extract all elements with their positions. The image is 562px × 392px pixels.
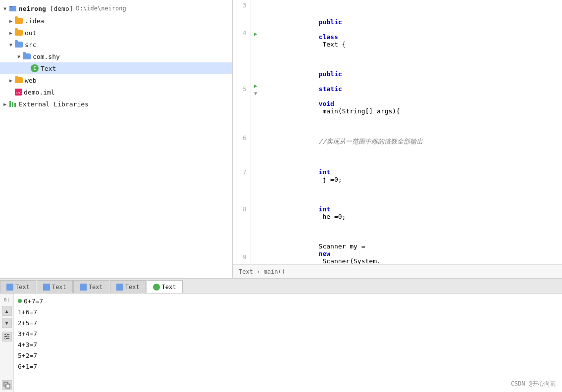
kw-public-4: public	[319, 18, 342, 26]
tab-text-2[interactable]: Text	[37, 280, 73, 293]
project-path: D:\ide\neirong	[76, 5, 126, 12]
scroll-down-button[interactable]: ▼	[2, 318, 12, 328]
svg-rect-12	[5, 338, 6, 340]
svg-rect-6	[14, 103, 16, 107]
svg-rect-10	[6, 334, 7, 336]
tab-label-1: Text	[15, 284, 30, 291]
output-line-5: 4+3=7	[18, 339, 558, 350]
extlib-arrow: ▶	[2, 101, 8, 107]
kw-class-4: class	[319, 33, 338, 41]
code-7: int j =0;	[260, 153, 562, 191]
output-text-2: 1+6=7	[18, 308, 37, 316]
tab-icon-2	[43, 284, 50, 291]
code-table: 3 4 ▶ public class	[233, 0, 562, 264]
src-arrow: ▼	[8, 42, 14, 48]
fold-icon-5[interactable]: ▼	[254, 91, 257, 96]
line-num-4: 4	[233, 11, 251, 55]
output-settings-button[interactable]	[2, 332, 12, 342]
web-folder-icon	[15, 77, 23, 83]
tab-text-5-active[interactable]: Text	[147, 280, 183, 293]
sidebar-tree: ▼ neirong [demo] D:\ide\neirong ▶ .idea …	[0, 0, 232, 278]
sidebar-item-comshy[interactable]: ▼ com.shy	[0, 50, 232, 62]
sidebar-item-text[interactable]: ▶ C Text	[0, 62, 232, 74]
out-label: out	[25, 29, 36, 37]
code-6: //实现从一范围中雎的倍数全部输出	[260, 122, 562, 153]
tab-icon-4	[116, 284, 123, 291]
svg-rect-4	[9, 101, 11, 107]
run-icon-5[interactable]: ▶	[254, 83, 257, 89]
tab-label-3: Text	[89, 284, 103, 291]
tab-icon-1	[6, 284, 13, 291]
web-label: web	[25, 77, 36, 84]
project-root-arrow: ▼	[2, 5, 8, 11]
output-line-1: 0+7=7	[18, 295, 558, 306]
breadcrumb: Text › main()	[239, 268, 285, 275]
line-num-7: 7	[233, 153, 251, 191]
panel-label: n:	[2, 295, 11, 304]
settings-icon	[3, 333, 10, 340]
gutter-6	[251, 122, 260, 153]
output-line-3: 2+5=7	[18, 317, 558, 328]
output-text-3: 2+5=7	[18, 319, 37, 327]
tab-label-5: Text	[162, 284, 176, 291]
idea-folder-icon	[15, 18, 23, 24]
tab-text-1[interactable]: Text	[0, 280, 36, 293]
tab-icon-5	[153, 284, 160, 291]
iml-icon-wrap: iml	[15, 89, 22, 96]
svg-rect-8	[4, 336, 9, 337]
code-9: Scanner my = new Scanner(System. in );	[260, 228, 562, 264]
code-line-3: 3	[233, 0, 562, 11]
code-line-6: 6 //实现从一范围中雎的倍数全部输出	[233, 122, 562, 153]
external-icon	[3, 382, 10, 389]
output-sidebar: n: ▲ ▼	[0, 294, 14, 392]
tab-text-4[interactable]: Text	[110, 280, 146, 293]
code-5: public static void main(String[] args){	[260, 55, 562, 122]
output-content: 0+7=7 1+6=7 2+5=7 3+4=7 4+3=7 5+2=7 6+1=…	[14, 294, 562, 392]
svg-rect-1	[9, 6, 12, 7]
tab-icon-3	[80, 284, 87, 291]
gutter-8	[251, 191, 260, 228]
main-container: ▼ neirong [demo] D:\ide\neirong ▶ .idea …	[0, 0, 562, 278]
scroll-up-button[interactable]: ▲	[2, 306, 12, 316]
output-line-7: 6+1=7	[18, 361, 558, 372]
text-label: Text	[41, 65, 56, 72]
editor-panel: 3 4 ▶ public class	[233, 0, 562, 278]
idea-arrow: ▶	[8, 18, 14, 24]
active-marker-1	[18, 299, 22, 303]
extlib-bars-icon	[9, 100, 17, 108]
output-text-4: 3+4=7	[18, 330, 37, 338]
svg-rect-11	[7, 336, 8, 338]
svg-text:iml: iml	[16, 91, 22, 95]
bottom-panel: Text Text Text Text Text n: ▲ ▼	[0, 278, 562, 392]
sidebar-item-idea[interactable]: ▶ .idea	[0, 15, 232, 27]
tab-label-4: Text	[125, 284, 140, 291]
code-line-9: 9 Scanner my = new Scanner(System. in );	[233, 228, 562, 264]
sidebar-item-out[interactable]: ▶ out	[0, 27, 232, 39]
sidebar-item-web[interactable]: ▶ web	[0, 74, 232, 86]
code-area[interactable]: 3 4 ▶ public class	[233, 0, 562, 264]
project-root[interactable]: ▼ neirong [demo] D:\ide\neirong	[0, 2, 232, 15]
code-line-8: 8 int he =0;	[233, 191, 562, 228]
sidebar-item-extlib[interactable]: ▶ External Libraries	[0, 98, 232, 110]
sidebar: ▼ neirong [demo] D:\ide\neirong ▶ .idea …	[0, 0, 233, 278]
code-line-5: 5 ▶ ▼ public static void main	[233, 55, 562, 122]
gutter-9	[251, 228, 260, 264]
sidebar-item-demo-iml[interactable]: ▶ iml demo.iml	[0, 86, 232, 98]
extlib-icon	[9, 100, 17, 108]
output-text-6: 5+2=7	[18, 352, 37, 359]
output-line-2: 1+6=7	[18, 306, 558, 317]
output-line-6: 5+2=7	[18, 350, 558, 361]
tabs-bar: Text Text Text Text Text	[0, 279, 562, 294]
line-num-5: 5	[233, 55, 251, 122]
out-arrow: ▶	[8, 30, 14, 36]
src-label: src	[25, 41, 36, 49]
sidebar-item-src[interactable]: ▼ src	[0, 39, 232, 50]
line-num-6: 6	[233, 122, 251, 153]
gutter-4: ▶	[251, 11, 260, 55]
svg-rect-5	[12, 102, 13, 107]
tab-text-3[interactable]: Text	[73, 280, 109, 293]
project-icon	[9, 4, 17, 12]
line-num-9: 9	[233, 228, 251, 264]
output-extra-button[interactable]	[2, 380, 12, 390]
run-icon-4[interactable]: ▶	[254, 31, 257, 37]
